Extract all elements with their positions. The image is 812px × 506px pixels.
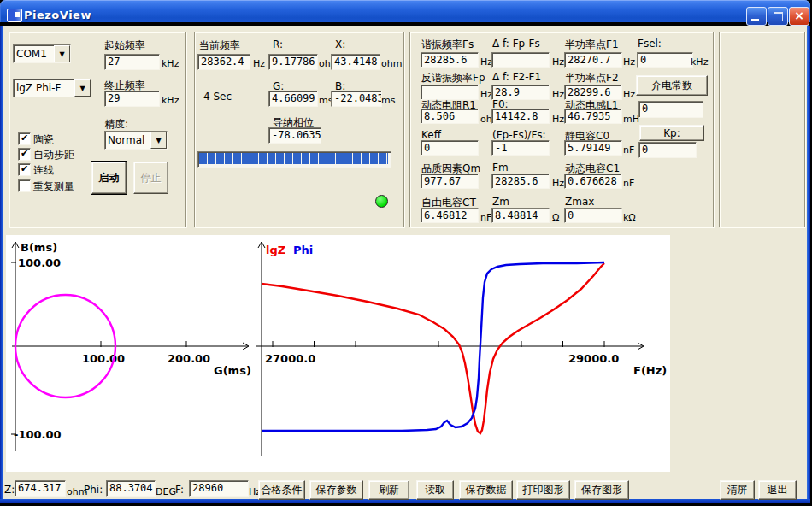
c0-unit: nF bbox=[623, 144, 634, 156]
phi-value[interactable]: 88.3704 bbox=[106, 480, 156, 497]
stop-freq-input[interactable]: 29 bbox=[104, 91, 160, 107]
zf-legend-lgz: lgZ bbox=[266, 244, 285, 256]
start-freq-label: 起始频率 bbox=[104, 38, 145, 53]
close-button[interactable]: × bbox=[789, 7, 809, 26]
fs-label: 谐振频率Fs bbox=[421, 38, 474, 52]
charts-canvas: B(ms) 100.00 -100.00 100.00 200.00 G(ms)… bbox=[6, 235, 670, 472]
start-freq-input[interactable]: 27 bbox=[104, 54, 160, 70]
g-value[interactable]: 4.66099 bbox=[268, 91, 318, 107]
phase-value[interactable]: -78.0635 bbox=[268, 127, 321, 144]
interval-label: 4 Sec bbox=[203, 91, 232, 103]
zm-unit: Ω bbox=[552, 212, 559, 223]
c0-value[interactable]: 5.79149 bbox=[564, 140, 622, 156]
progress-bar bbox=[197, 151, 391, 168]
f0-value[interactable]: 14142.8 bbox=[491, 109, 550, 124]
window-border-right bbox=[807, 26, 810, 499]
read-button[interactable]: 读取 bbox=[416, 480, 454, 500]
x-value[interactable]: 43.4148 bbox=[331, 54, 380, 70]
window-title: PiezoView bbox=[24, 9, 91, 21]
close-icon: × bbox=[794, 9, 804, 22]
maximize-icon bbox=[774, 12, 783, 21]
side-panel bbox=[719, 32, 805, 227]
keff-value[interactable]: 0 bbox=[421, 140, 479, 156]
r-value[interactable]: 9.17786 bbox=[268, 54, 318, 70]
save-data-button[interactable]: 保存数据 bbox=[459, 480, 513, 500]
clear-screen-button[interactable]: 清屏 bbox=[720, 480, 755, 500]
chevron-down-icon[interactable]: ▼ bbox=[150, 132, 167, 149]
qm-value[interactable]: 977.67 bbox=[421, 174, 479, 189]
com-port-select[interactable]: COM1 ▼ bbox=[13, 44, 71, 63]
gb-ytick-top-label: 100.00 bbox=[18, 256, 61, 269]
fp-label: 反谐振频率Fp bbox=[421, 71, 485, 85]
status-led bbox=[375, 195, 388, 208]
mode-select[interactable]: lgZ Phi-F ▼ bbox=[13, 79, 91, 97]
mode-value: lgZ Phi-F bbox=[14, 82, 74, 94]
gb-xtick-100-label: 100.00 bbox=[82, 352, 125, 365]
checkbox-ceramic-label: 陶瓷 bbox=[33, 132, 54, 147]
ct-unit: nF bbox=[480, 212, 491, 223]
f2-unit: Hz bbox=[623, 89, 635, 100]
c1-value[interactable]: 0.676628 bbox=[564, 174, 622, 189]
start-button[interactable]: 启动 bbox=[91, 162, 127, 194]
ct-value[interactable]: 6.46812 bbox=[421, 208, 479, 223]
kp-value[interactable]: 0 bbox=[638, 142, 697, 158]
r1-value[interactable]: 8.506 bbox=[421, 109, 479, 124]
z-value[interactable]: 674.317 bbox=[15, 480, 66, 497]
fsel-unit: kHz bbox=[691, 56, 708, 68]
x-label: X: bbox=[335, 38, 345, 50]
l1-value[interactable]: 46.7935 bbox=[564, 109, 622, 124]
stop-button[interactable]: 停止 bbox=[133, 162, 168, 194]
precision-select[interactable]: Normal ▼ bbox=[104, 131, 168, 150]
f1-unit: Hz bbox=[623, 56, 635, 68]
fs-value[interactable]: 28285.6 bbox=[421, 52, 479, 68]
progress-segments bbox=[199, 153, 388, 164]
f1-value[interactable]: 28270.7 bbox=[564, 52, 622, 68]
gb-ylabel: B(ms) bbox=[21, 241, 57, 254]
fpfs-ratio-value[interactable]: -1 bbox=[491, 140, 550, 156]
checkbox-auto-step[interactable]: ✔ bbox=[18, 148, 31, 161]
b-value[interactable]: -22.0483 bbox=[331, 91, 382, 107]
df-fpfs-label: Δ f: Fp-Fs bbox=[492, 38, 540, 50]
b-unit: ms bbox=[381, 95, 395, 106]
fm-value[interactable]: 28285.6 bbox=[491, 174, 550, 189]
dielectric-button[interactable]: 介电常数 bbox=[636, 75, 708, 96]
f2-label: 半功率点F2 bbox=[565, 71, 619, 85]
save-params-button[interactable]: 保存参数 bbox=[309, 480, 363, 500]
exit-button[interactable]: 退出 bbox=[758, 480, 797, 500]
zm-value[interactable]: 8.48814 bbox=[491, 208, 550, 223]
pass-condition-button[interactable]: 合格条件 bbox=[258, 480, 305, 500]
maximize-button[interactable] bbox=[768, 7, 788, 26]
zf-xlabel: F(Hz) bbox=[633, 364, 667, 377]
save-graph-button[interactable]: 保存图形 bbox=[574, 480, 629, 500]
df-fpfs-value[interactable] bbox=[491, 52, 550, 68]
print-graph-button[interactable]: 打印图形 bbox=[516, 480, 570, 500]
l1-unit: mH bbox=[623, 114, 639, 125]
minimize-button[interactable] bbox=[746, 7, 767, 26]
app-icon bbox=[7, 9, 22, 22]
checkbox-ceramic[interactable]: ✔ bbox=[18, 132, 31, 145]
dielectric-value[interactable]: 0 bbox=[638, 101, 703, 118]
chevron-down-icon[interactable]: ▼ bbox=[54, 45, 70, 62]
zmax-value[interactable]: 0 bbox=[564, 208, 622, 223]
minimize-icon bbox=[751, 19, 759, 21]
zf-legend-phi: Phi bbox=[293, 244, 313, 256]
df-f2f1-label: Δ f: F2-F1 bbox=[492, 71, 541, 83]
gb-xtick-200-label: 200.00 bbox=[168, 352, 210, 365]
precision-value: Normal bbox=[105, 134, 150, 146]
gb-xlabel: G(ms) bbox=[214, 364, 251, 377]
phi-label: Phi: bbox=[84, 484, 103, 496]
checkbox-repeat-measure[interactable] bbox=[18, 179, 31, 192]
com-port-value: COM1 bbox=[14, 48, 54, 60]
f1-label: 半功率点F1 bbox=[565, 38, 619, 52]
refresh-button[interactable]: 刷新 bbox=[368, 480, 409, 500]
fp-unit: Hz bbox=[480, 89, 492, 100]
fsel-value[interactable]: 0 bbox=[637, 52, 693, 68]
chevron-down-icon[interactable]: ▼ bbox=[74, 79, 91, 97]
current-freq-value[interactable]: 28362.4 bbox=[197, 54, 250, 70]
z-label: Z: bbox=[4, 484, 15, 496]
checkbox-connect-line[interactable]: ✔ bbox=[18, 163, 31, 176]
kp-button[interactable]: Kp: bbox=[639, 125, 704, 141]
titlebar[interactable]: PiezoView × bbox=[0, 0, 810, 22]
x-unit: ohm bbox=[381, 58, 402, 69]
f-value[interactable]: 28960 bbox=[189, 480, 249, 497]
